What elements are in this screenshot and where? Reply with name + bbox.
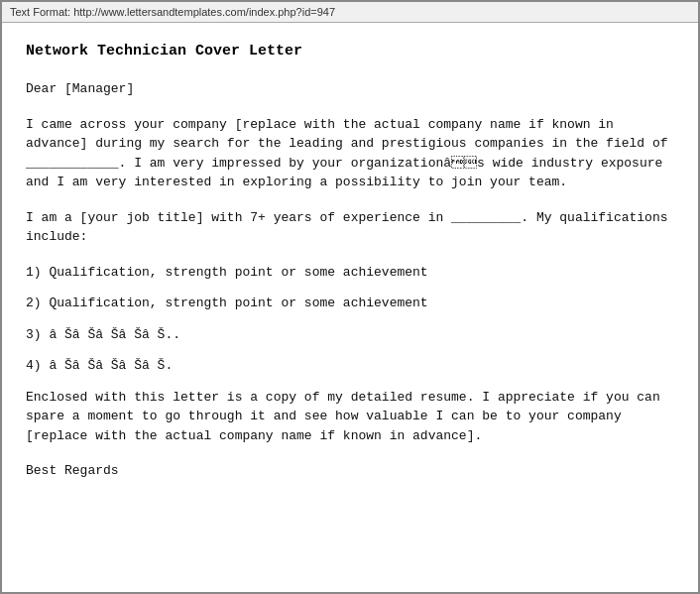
toolbar-bar: Text Format: http://www.lettersandtempla… [2, 2, 698, 23]
list-item-1: 1) Qualification, strength point or some… [26, 263, 674, 283]
document-title: Network Technician Cover Letter [26, 43, 674, 59]
paragraph-1: I came across your company [replace with… [26, 115, 674, 192]
paragraph-2: I am a [your job title] with 7+ years of… [26, 208, 674, 247]
list-item-4: 4) â Šâ Šâ Šâ Šâ Š. [26, 356, 674, 376]
main-window: Text Format: http://www.lettersandtempla… [0, 0, 700, 594]
letter-body: Dear [Manager] I came across your compan… [26, 79, 674, 481]
toolbar-text-format-label: Text Format: [10, 6, 70, 18]
document-content: Network Technician Cover Letter Dear [Ma… [2, 23, 698, 592]
list-item-3: 3) â Šâ Šâ Šâ Šâ Š.. [26, 325, 674, 345]
toolbar-url[interactable]: http://www.lettersandtemplates.com/index… [73, 6, 335, 18]
list-item-2: 2) Qualification, strength point or some… [26, 294, 674, 313]
closing: Best Regards [26, 461, 674, 481]
salutation: Dear [Manager] [26, 79, 674, 99]
paragraph-3: Enclosed with this letter is a copy of m… [26, 388, 674, 446]
